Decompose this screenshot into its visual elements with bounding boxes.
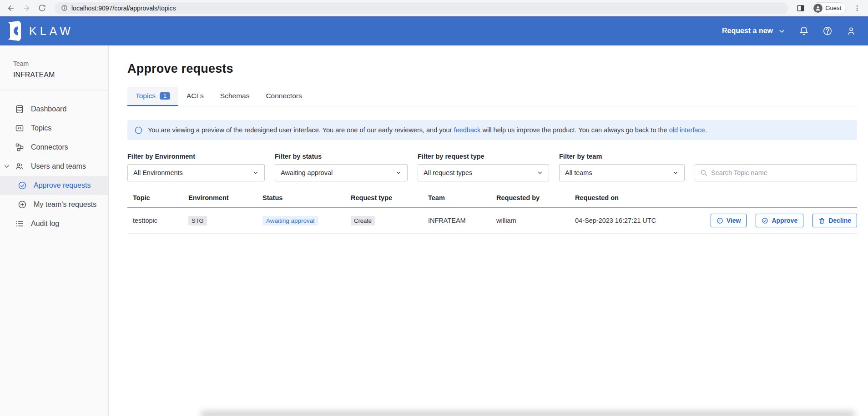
sidebar-item-users-and-teams[interactable]: Users and teams — [0, 157, 108, 176]
check-circle-icon — [762, 217, 768, 224]
search-input[interactable] — [711, 169, 852, 176]
col-header-team: Team — [423, 194, 491, 201]
chevron-down-icon — [252, 170, 259, 176]
tab-topics[interactable]: Topics 1 — [127, 87, 178, 106]
sidebar-item-label: Audit log — [31, 220, 59, 228]
help-icon — [823, 26, 833, 36]
environment-select[interactable]: All Environments — [127, 164, 265, 181]
sidebar-item-label: Dashboard — [31, 105, 66, 113]
view-button[interactable]: View — [711, 214, 747, 227]
col-header-requested-on: Requested on — [570, 194, 705, 201]
search-wrap — [695, 153, 857, 181]
sidebar-item-approve-requests[interactable]: Approve requests — [0, 176, 108, 195]
user-icon — [846, 26, 856, 36]
table-row: testtopic STG Awaiting approval Create I… — [127, 208, 857, 234]
approve-button-label: Approve — [772, 217, 797, 224]
check-circle-icon — [17, 181, 27, 190]
status-badge: Awaiting approval — [262, 216, 318, 226]
view-button-label: View — [727, 217, 741, 224]
trash-icon — [818, 217, 825, 224]
request-type-badge: Create — [351, 216, 375, 226]
tab-bar: Topics 1 ACLs Schemas Connectors — [127, 87, 857, 106]
col-header-topic: Topic — [127, 194, 183, 201]
requests-table: Topic Environment Status Request type Te… — [127, 194, 857, 234]
sidebar-item-my-teams-requests[interactable]: My team's requests — [0, 195, 108, 214]
topics-icon — [15, 124, 25, 133]
connectors-icon — [15, 143, 25, 152]
notifications-button[interactable] — [799, 26, 809, 36]
browser-profile-chip[interactable]: Guest — [812, 2, 846, 14]
topic-search — [695, 164, 857, 181]
approve-button[interactable]: Approve — [756, 214, 803, 227]
klaw-logo-icon — [5, 20, 24, 41]
sidebar-item-label: My team's requests — [34, 200, 96, 209]
tab-schemas[interactable]: Schemas — [212, 87, 258, 106]
users-icon — [15, 162, 25, 171]
side-panel-button[interactable] — [794, 2, 807, 15]
team-name: INFRATEAM — [13, 71, 108, 79]
tab-count-badge: 1 — [160, 92, 170, 100]
address-bar[interactable]: localhost:9097/coral/approvals/topics — [55, 2, 788, 14]
filter-status-label: Filter by status — [275, 153, 408, 160]
filter-environment-label: Filter by Environment — [127, 153, 265, 160]
tab-label: ACLs — [187, 92, 204, 100]
table-header-row: Topic Environment Status Request type Te… — [127, 194, 857, 208]
team-select[interactable]: All teams — [559, 164, 685, 181]
chevron-down-icon[interactable] — [4, 163, 10, 170]
chevron-down-icon — [537, 170, 543, 176]
request-type-select[interactable]: All request types — [418, 164, 549, 181]
team-select-value: All teams — [565, 169, 672, 176]
row-actions: View Approve Decline — [705, 214, 857, 227]
profile-button[interactable] — [846, 26, 856, 36]
browser-forward-button[interactable] — [20, 2, 33, 15]
sidebar: Team INFRATEAM Dashboard Topics Connecto… — [0, 45, 109, 416]
team-label: Team — [13, 60, 108, 67]
kebab-menu-icon — [853, 5, 861, 12]
forward-arrow-icon — [22, 4, 30, 12]
cell-requested-by: william — [491, 217, 570, 224]
site-info-icon[interactable] — [61, 5, 68, 11]
decline-button[interactable]: Decline — [812, 214, 857, 227]
sidebar-item-label: Connectors — [31, 143, 68, 151]
team-block: Team INFRATEAM — [0, 45, 108, 90]
filter-status: Filter by status Awaiting approval — [275, 153, 408, 181]
chevron-down-icon — [672, 170, 679, 176]
filter-environment: Filter by Environment All Environments — [127, 153, 265, 181]
person-icon — [815, 5, 821, 11]
sidebar-item-label: Topics — [31, 124, 51, 132]
tab-acls[interactable]: ACLs — [178, 87, 212, 106]
col-header-environment: Environment — [183, 194, 257, 201]
sidebar-item-topics[interactable]: Topics — [0, 119, 108, 138]
filter-team-label: Filter by team — [559, 153, 685, 160]
feedback-link[interactable]: feedback — [454, 126, 481, 134]
side-panel-icon — [797, 4, 805, 12]
cell-team: INFRATEAM — [423, 217, 491, 224]
sidebar-item-dashboard[interactable]: Dashboard — [0, 100, 108, 119]
dashboard-icon — [15, 105, 25, 114]
klaw-logo[interactable] — [5, 20, 24, 41]
url-text: localhost:9097/coral/approvals/topics — [71, 5, 176, 12]
list-icon — [15, 219, 25, 228]
tab-connectors[interactable]: Connectors — [257, 87, 310, 106]
preview-info-banner: You are viewing a preview of the redesig… — [127, 120, 857, 140]
sidebar-item-audit-log[interactable]: Audit log — [0, 214, 108, 233]
environment-badge: STG — [188, 216, 207, 226]
chevron-down-icon — [778, 28, 785, 35]
request-a-new-button[interactable]: Request a new — [722, 27, 785, 35]
sidebar-item-connectors[interactable]: Connectors — [0, 138, 108, 157]
old-interface-link[interactable]: old interface — [669, 126, 705, 134]
tab-label: Topics — [136, 92, 156, 100]
status-select-value: Awaiting approval — [281, 169, 395, 176]
browser-back-button[interactable] — [5, 2, 17, 15]
help-button[interactable] — [823, 26, 833, 36]
browser-reload-button[interactable] — [35, 2, 48, 15]
status-select[interactable]: Awaiting approval — [275, 164, 408, 181]
banner-text-middle: will help us improve the product. You ca… — [480, 126, 669, 134]
col-header-requested-by: Requested by — [491, 194, 570, 201]
chevron-down-icon — [395, 170, 402, 176]
sidebar-item-label: Users and teams — [31, 162, 86, 170]
browser-menu-button[interactable] — [851, 2, 863, 15]
decline-button-label: Decline — [828, 217, 851, 224]
banner-text: You are viewing a preview of the redesig… — [148, 126, 707, 134]
filter-team: Filter by team All teams — [559, 153, 685, 181]
